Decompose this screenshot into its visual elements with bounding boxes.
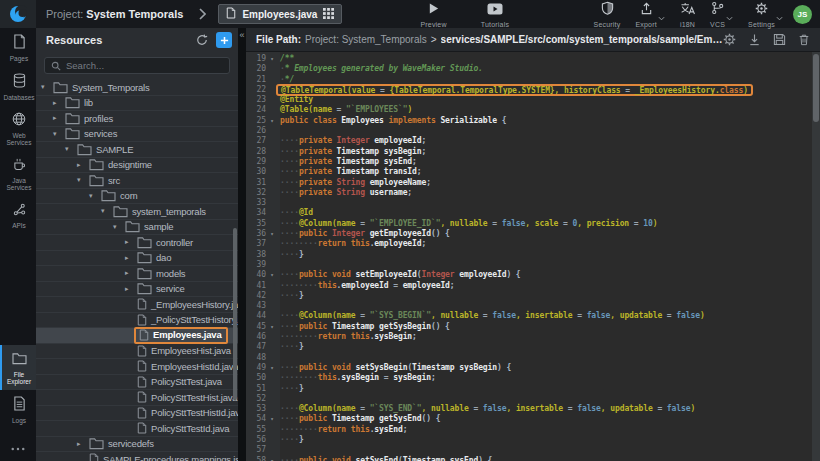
code-line-28[interactable]: 28····private Timestamp sysBegin; <box>246 147 812 157</box>
rail-item-apis[interactable]: APIs <box>0 196 36 234</box>
rail-item-file-explorer[interactable]: File Explorer <box>0 345 36 390</box>
gear-icon[interactable] <box>723 33 736 46</box>
tree-folder-dao[interactable]: ▸dao <box>36 251 238 267</box>
fold-arrow-icon[interactable]: ▾ <box>266 363 278 373</box>
fold-arrow-icon[interactable]: ▾ <box>266 270 278 280</box>
tree-file-employees-java[interactable]: Employees.java <box>36 328 238 344</box>
more-options-button[interactable] <box>0 429 36 461</box>
code-line-29[interactable]: 29····private Timestamp sysEnd; <box>246 157 812 167</box>
expand-arrow[interactable]: ▸ <box>77 161 89 169</box>
code-line-38[interactable]: 38····} <box>246 250 812 260</box>
expand-arrow[interactable]: ▾ <box>53 130 65 138</box>
tree-folder-services[interactable]: ▾services <box>36 127 238 143</box>
editor-scrollbar-thumb[interactable] <box>813 54 819 122</box>
tree-file-policystttestid-java[interactable]: PolicySttTestId.java <box>36 421 238 437</box>
tree-folder-lib[interactable]: ▸lib <box>36 96 238 112</box>
rail-item-web-services[interactable]: Web Services <box>0 106 36 151</box>
export-button[interactable]: Export <box>635 1 656 28</box>
expand-arrow[interactable]: ▸ <box>125 254 137 262</box>
code-line-32[interactable]: 32····private String username; <box>246 188 812 198</box>
code-editor[interactable]: 19▾/**20·* Employees generated by WaveMa… <box>246 52 820 461</box>
expand-arrow[interactable]: ▸ <box>125 285 137 293</box>
code-line-35[interactable]: 35····@Column(name = "`EMPLOYEE_ID`", nu… <box>246 219 812 229</box>
code-line-33[interactable]: 33 <box>246 198 812 208</box>
tree-folder-sample[interactable]: ▾sample <box>36 220 238 236</box>
code-line-20[interactable]: 20·* Employees generated by WaveMaker St… <box>246 64 812 74</box>
expand-arrow[interactable]: ▾ <box>89 192 101 200</box>
tree-file-employeeshistory-java[interactable]: _EmployeesHistory.java <box>36 297 238 313</box>
code-line-53[interactable]: 53····@Column(name = "`SYS_END`", nullab… <box>246 404 812 414</box>
tree-folder-controller[interactable]: ▸controller <box>36 235 238 251</box>
expand-arrow[interactable]: ▸ <box>125 269 137 277</box>
code-line-45[interactable]: 45▾····public Timestamp getSysBegin() { <box>246 322 812 332</box>
rail-item-logs[interactable]: Logs <box>0 390 36 429</box>
expand-arrow[interactable]: ▸ <box>77 440 89 448</box>
code-line-52[interactable]: 52 <box>246 394 812 404</box>
preview-button[interactable]: Preview <box>420 1 446 28</box>
fold-arrow-icon[interactable]: ▾ <box>266 116 278 126</box>
caret-down-icon[interactable] <box>726 7 733 25</box>
code-line-58[interactable]: 58▾····public void setSysEnd(Timestamp s… <box>246 456 812 461</box>
tree-folder-service[interactable]: ▸service <box>36 282 238 298</box>
tree-scrollbar[interactable] <box>233 228 237 400</box>
i18n-button[interactable]: i18N <box>680 1 695 28</box>
code-line-31[interactable]: 31····private String employeeName; <box>246 178 812 188</box>
code-line-27[interactable]: 27····private Integer employeeId; <box>246 136 812 146</box>
tree-folder-sample[interactable]: ▾SAMPLE <box>36 142 238 158</box>
expand-arrow[interactable]: ▾ <box>65 145 77 153</box>
code-line-24[interactable]: 24@Table(name = "`EMPLOYEES`") <box>246 105 812 115</box>
code-line-19[interactable]: 19▾/** <box>246 54 812 64</box>
code-line-43[interactable]: 43 <box>246 301 812 311</box>
security-button[interactable]: Security <box>594 1 621 28</box>
code-line-36[interactable]: 36▾····public Integer getEmployeeId() { <box>246 229 812 239</box>
code-line-49[interactable]: 49▾····public void setSysBegin(Timestamp… <box>246 363 812 373</box>
code-line-47[interactable]: 47····} <box>246 342 812 352</box>
code-line-48[interactable]: 48 <box>246 353 812 363</box>
code-line-55[interactable]: 55········return this.sysEnd; <box>246 425 812 435</box>
rail-item-pages[interactable]: Pages <box>0 28 36 67</box>
tree-file-policystttest-java[interactable]: PolicySttTest.java <box>36 375 238 391</box>
fold-arrow-icon[interactable]: ▾ <box>266 229 278 239</box>
code-line-41[interactable]: 41········this.employeeId = employeeId; <box>246 281 812 291</box>
tree-folder-system-temporals[interactable]: ▾System_Temporals <box>36 80 238 96</box>
tree-folder-system-temporals[interactable]: ▾system_temporals <box>36 204 238 220</box>
avatar[interactable]: JS <box>793 5 812 24</box>
code-line-57[interactable]: 57 <box>246 445 812 455</box>
download-icon[interactable] <box>748 33 761 46</box>
tutorials-button[interactable]: Tutorials <box>481 1 509 28</box>
fold-arrow-icon[interactable]: ▾ <box>266 414 278 424</box>
caret-down-icon[interactable] <box>658 7 665 25</box>
expand-arrow[interactable]: ▸ <box>53 114 65 122</box>
code-line-22[interactable]: 22@TableTemporal(value = {TableTemporal.… <box>246 85 812 95</box>
save-icon[interactable] <box>773 33 786 46</box>
tab-employees-java[interactable]: Employees.java <box>218 4 342 24</box>
tree-file-employeeshistid-java[interactable]: EmployeesHistId.java <box>36 359 238 375</box>
panel-divider[interactable]: « <box>238 28 246 461</box>
project-name[interactable]: System Temporals <box>86 8 183 20</box>
code-line-42[interactable]: 42····} <box>246 291 812 301</box>
tree-folder-profiles[interactable]: ▸profiles <box>36 111 238 127</box>
code-line-34[interactable]: 34····@Id <box>246 208 812 218</box>
code-line-54[interactable]: 54▾····public Timestamp getSysEnd() { <box>246 414 812 424</box>
tree-folder-servicedefs[interactable]: ▸servicedefs <box>36 437 238 453</box>
code-line-51[interactable]: 51····} <box>246 384 812 394</box>
caret-down-icon[interactable] <box>776 7 783 25</box>
rail-item-databases[interactable]: Databases <box>0 67 36 106</box>
fold-arrow-icon[interactable]: ▾ <box>266 54 278 64</box>
tree-folder-models[interactable]: ▸models <box>36 266 238 282</box>
editor-scrollbar-track[interactable] <box>812 52 820 461</box>
vcs-button[interactable]: VCS <box>710 1 725 28</box>
collapse-panel-icon[interactable]: « <box>238 28 246 42</box>
refresh-button[interactable] <box>196 34 208 46</box>
code-line-40[interactable]: 40▾····public void setEmployeeId(Integer… <box>246 270 812 280</box>
code-line-39[interactable]: 39 <box>246 260 812 270</box>
search-input[interactable] <box>66 60 223 71</box>
code-line-44[interactable]: 44····@Column(name = "`SYS_BEGIN`", null… <box>246 311 812 321</box>
tree-file-policystttesthist-java[interactable]: PolicySttTestHist.java <box>36 390 238 406</box>
tree-folder-src[interactable]: ▾src <box>36 173 238 189</box>
code-line-50[interactable]: 50········this.sysBegin = sysBegin; <box>246 373 812 383</box>
grid-icon[interactable] <box>323 5 334 23</box>
trash-icon[interactable] <box>798 33 810 46</box>
code-line-23[interactable]: 23@Entity <box>246 95 812 105</box>
tree-file-employeeshist-java[interactable]: EmployeesHist.java <box>36 344 238 360</box>
